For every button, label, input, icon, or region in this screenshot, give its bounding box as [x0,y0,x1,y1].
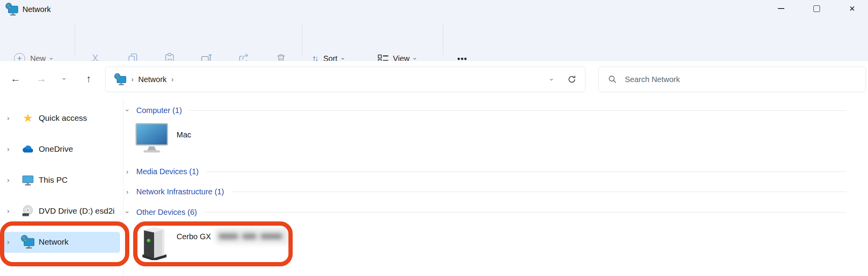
toolbar-divider [443,25,443,55]
sidebar-divider [123,98,124,276]
sidebar-item-label: Quick access [39,113,87,123]
group-label[interactable]: Other Devices (6) [136,208,197,217]
group-rule [189,110,846,111]
recent-locations-button[interactable]: › [58,68,72,89]
up-button[interactable]: ↑ [78,68,99,89]
breadcrumb-separator-icon: › [171,76,173,83]
search-field-container [598,67,866,92]
star-icon: ★ [21,111,35,125]
close-icon: ✕ [849,4,855,13]
up-arrow-icon: ↑ [86,73,91,85]
group-label[interactable]: Computer (1) [136,106,182,115]
onedrive-cloud-icon [21,142,35,156]
group-header-media-devices[interactable]: › Media Devices (1) [126,166,857,177]
group-header-computer[interactable]: › Computer (1) [126,105,857,116]
chevron-right-icon[interactable]: › [7,207,15,215]
sidebar-item-label: Network [39,237,69,247]
sidebar-item-label: DVD Drive (D:) esd2i [39,206,115,216]
minimize-button[interactable] [767,0,794,17]
svg-text:DVD-ROM: DVD-ROM [22,214,30,216]
file-explorer-window: Network ✕ + New › [0,0,868,276]
forward-button[interactable]: → [31,68,52,89]
title-bar: Network ✕ [0,0,868,19]
chevron-down-icon[interactable]: › [126,106,136,114]
sidebar-item-network[interactable]: › Network [0,231,123,253]
maximize-button[interactable] [803,0,830,17]
item-name: Mac [177,130,191,139]
sidebar-item-quick-access[interactable]: › ★ Quick access [0,107,123,129]
chevron-right-icon[interactable]: › [126,168,136,175]
breadcrumb-network[interactable]: Network [138,75,166,84]
command-toolbar: + New › [0,19,868,61]
chevron-right-icon[interactable]: › [7,145,15,153]
chevron-down-icon: › [412,57,419,60]
chevron-right-icon[interactable]: › [7,176,15,184]
mac-computer-item[interactable]: Mac [135,121,191,155]
sidebar-item-label: OneDrive [39,144,73,154]
item-name: Cerbo GX [177,232,211,241]
toolbar-divider [302,25,302,55]
group-rule [206,171,846,172]
search-input[interactable] [624,75,842,84]
chevron-down-icon: › [340,57,347,60]
address-dropdown-icon[interactable]: › [549,78,556,81]
chevron-down-icon: › [61,77,68,80]
group-rule [204,212,846,213]
minimize-icon [778,8,784,9]
group-rule [231,192,846,192]
explorer-body: › ★ Quick access › OneDrive › [0,97,868,276]
close-button[interactable]: ✕ [839,0,866,17]
maximize-icon [813,5,820,12]
mac-computer-icon [135,122,169,153]
chevron-down-icon: › [48,57,55,60]
redacted-text-blur [215,228,290,244]
chevron-right-icon[interactable]: › [7,114,15,122]
sidebar-item-onedrive[interactable]: › OneDrive [0,138,123,160]
refresh-icon [567,75,576,84]
network-icon [114,73,127,86]
address-bar[interactable]: › Network › › [105,67,585,92]
window-title: Network [22,0,51,19]
back-button[interactable]: ← [5,68,26,89]
chevron-down-icon[interactable]: › [126,208,136,216]
monitor-icon [21,173,35,187]
network-globe-monitor-icon [21,235,35,249]
group-header-other-devices[interactable]: › Other Devices (6) [126,207,857,218]
back-arrow-icon: ← [10,73,21,85]
chevron-right-icon[interactable]: › [7,238,15,246]
group-label[interactable]: Media Devices (1) [136,167,199,176]
breadcrumb-separator-icon: › [131,76,134,83]
dvd-disc-icon: DVD-ROM [21,204,35,218]
sidebar-item-label: This PC [39,175,68,185]
toolbar-divider [75,25,75,55]
forward-arrow-icon: → [36,73,46,85]
network-icon [5,3,19,16]
address-row: ← → › ↑ › Network › › [0,61,868,97]
chevron-right-icon[interactable]: › [126,189,136,195]
search-icon [608,75,617,84]
sidebar-item-this-pc[interactable]: › This PC [0,169,123,191]
group-header-network-infrastructure[interactable]: › Network Infrastructure (1) [126,186,857,197]
cerbo-gx-item[interactable]: Cerbo GX [139,226,211,260]
server-tower-icon [139,225,169,260]
sidebar-item-dvd-drive[interactable]: › DVD-ROM DVD Drive (D:) esd2i [0,200,123,222]
group-label[interactable]: Network Infrastructure (1) [136,187,224,196]
refresh-button[interactable] [564,72,580,87]
